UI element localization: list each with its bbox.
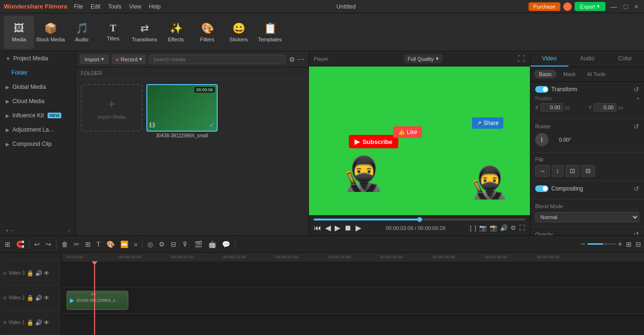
sidebar-item-compound-clip[interactable]: ▶ Compound Clip: [0, 137, 76, 151]
add-folder-button[interactable]: + − ‹: [0, 226, 76, 235]
tl-magnet-button[interactable]: 🧲: [14, 239, 26, 249]
tl-color-button[interactable]: 🎨: [105, 239, 116, 249]
tool-audio[interactable]: 🎵 Audio: [67, 16, 97, 49]
maximize-button[interactable]: □: [622, 3, 629, 10]
transform-reset-button[interactable]: ↺: [634, 86, 639, 93]
opacity-reset-button[interactable]: ↺: [634, 230, 639, 235]
subtab-mask[interactable]: Mask: [558, 70, 580, 78]
thumb-image[interactable]: 00:00:06 🎞 ✓: [146, 84, 218, 132]
tl-grid-button[interactable]: ⊞: [626, 240, 632, 248]
tl-delete-button[interactable]: 🗑: [59, 239, 70, 249]
tool-stock[interactable]: 📦 Stock Media: [35, 16, 66, 49]
fullscreen-pb-button[interactable]: ⛶: [519, 224, 525, 231]
tl-ai-button[interactable]: ⚙: [157, 239, 167, 249]
sidebar-item-project-media[interactable]: ▼ Project Media: [0, 51, 76, 66]
frame-fwd-button[interactable]: ▶: [356, 223, 361, 232]
tl-cut-button[interactable]: ✂: [72, 239, 81, 249]
play-button[interactable]: ▶: [335, 223, 340, 232]
settings-button[interactable]: ⚙: [510, 224, 516, 231]
rotate-knob[interactable]: [535, 133, 548, 146]
tl-stabilize-button[interactable]: ◎: [145, 239, 155, 249]
tl-add-track-button[interactable]: ⊞: [3, 239, 12, 249]
progress-bar[interactable]: [314, 219, 525, 220]
tool-media[interactable]: 🖼 Media: [4, 16, 34, 49]
compositing-reset-button[interactable]: ↺: [634, 185, 639, 192]
tl-split-button[interactable]: ⊟: [169, 239, 178, 249]
transform-toggle[interactable]: [535, 86, 548, 93]
menu-help[interactable]: Help: [146, 2, 163, 11]
track1-mute-button[interactable]: 🔊: [35, 319, 42, 326]
purchase-button[interactable]: Purchase: [529, 2, 560, 11]
playhead[interactable]: [94, 261, 95, 335]
sidebar-item-cloud-media[interactable]: ▶ Cloud Media: [0, 94, 76, 108]
minimize-button[interactable]: —: [608, 3, 619, 10]
track3-mute-button[interactable]: 🔊: [35, 270, 42, 277]
tl-crop-button[interactable]: ⊞: [83, 239, 93, 249]
compositing-toggle[interactable]: [535, 185, 548, 192]
fullscreen-button[interactable]: ⛶: [518, 55, 525, 63]
tl-mic-button[interactable]: 🎙: [180, 239, 191, 249]
menu-file[interactable]: File: [71, 2, 86, 11]
sidebar-item-influence-kit[interactable]: ▶ Influence Kit NEW: [0, 108, 76, 123]
subtab-ai-tools[interactable]: AI Tools: [582, 70, 610, 78]
import-media-button[interactable]: + Import Media: [81, 84, 143, 132]
tl-zoom-bar[interactable]: [587, 243, 616, 245]
flip-v-button[interactable]: ↕: [552, 165, 564, 177]
skip-back-button[interactable]: ⏮: [314, 224, 321, 232]
subtab-basic[interactable]: Basic: [534, 70, 557, 78]
tl-speed-button[interactable]: ⏩: [118, 239, 130, 249]
tl-more-button[interactable]: »: [132, 239, 140, 249]
tl-undo-button[interactable]: ↩: [32, 239, 42, 249]
track2-visible-button[interactable]: 👁: [44, 295, 49, 301]
tool-stickers[interactable]: 😀 Stickers: [223, 16, 254, 49]
tl-redo-button[interactable]: ↪: [44, 239, 53, 249]
track2-lock-button[interactable]: 🔒: [27, 295, 34, 301]
sidebar-item-global-media[interactable]: ▶ Global Media: [0, 80, 76, 94]
blend-mode-select[interactable]: Normal Multiply Screen Overlay: [535, 212, 639, 222]
track1-lock-button[interactable]: 🔒: [27, 319, 34, 326]
filter-button[interactable]: ⚙: [289, 55, 295, 64]
rotate-reset-button[interactable]: ↺: [634, 123, 639, 130]
quality-selector[interactable]: Full Quality ▾: [404, 54, 442, 63]
clip-end-button[interactable]: ]: [474, 224, 476, 231]
tool-transitions[interactable]: ⇄ Transitions: [129, 16, 160, 49]
clip-start-button[interactable]: [: [470, 224, 472, 231]
more-button[interactable]: ⋯: [297, 55, 305, 64]
tab-color[interactable]: Color: [606, 51, 644, 67]
flip-reset-v-button[interactable]: ⊟: [581, 165, 595, 177]
stop-button[interactable]: ⏹: [344, 224, 352, 232]
tl-text-button[interactable]: T: [95, 239, 103, 249]
frame-back-button[interactable]: ◀: [325, 223, 331, 232]
camera-button[interactable]: 📷: [479, 224, 487, 231]
close-button[interactable]: ×: [633, 3, 640, 10]
tool-effects[interactable]: ✨ Effects: [161, 16, 191, 49]
media-thumbnail[interactable]: 00:00:06 🎞 ✓ 30438-381229864_small: [146, 84, 218, 138]
menu-edit[interactable]: Edit: [88, 2, 104, 11]
tl-layout-button[interactable]: ⊟: [635, 240, 641, 248]
y-input[interactable]: [594, 103, 616, 112]
track2-mute-button[interactable]: 🔊: [35, 295, 42, 301]
track1-visible-button[interactable]: 👁: [44, 319, 49, 326]
tl-effect-button[interactable]: 🎬: [192, 239, 204, 249]
tool-templates[interactable]: 📋 Templates: [255, 16, 285, 49]
collapse-icon[interactable]: ‹: [68, 228, 70, 233]
sidebar-item-adjustment[interactable]: ▶ Adjustment La...: [0, 123, 76, 137]
import-button[interactable]: Import ▾: [80, 54, 109, 64]
tool-filters[interactable]: 🎨 Filters: [192, 16, 222, 49]
tl-word-button[interactable]: 💬: [220, 239, 232, 249]
video2-clip[interactable]: ▶ 30438-381229864_s... ✂: [67, 291, 128, 310]
x-input[interactable]: [540, 103, 563, 112]
position-expand-icon[interactable]: ▾: [637, 96, 639, 101]
track3-visible-button[interactable]: 👁: [44, 270, 49, 277]
snapshot-button[interactable]: 📸: [490, 224, 497, 231]
sidebar-item-folder[interactable]: Folder: [0, 66, 76, 80]
tool-titles[interactable]: T Titles: [98, 16, 128, 49]
flip-reset-h-button[interactable]: ⊡: [566, 165, 579, 177]
tl-ai2-button[interactable]: 🤖: [206, 239, 218, 249]
tl-zoom-out-button[interactable]: −: [581, 240, 585, 249]
search-input[interactable]: [149, 55, 286, 64]
volume-button[interactable]: 🔊: [500, 224, 508, 231]
export-button[interactable]: Export▾: [575, 2, 606, 11]
menu-view[interactable]: View: [126, 2, 144, 11]
tab-audio[interactable]: Audio: [568, 51, 606, 67]
